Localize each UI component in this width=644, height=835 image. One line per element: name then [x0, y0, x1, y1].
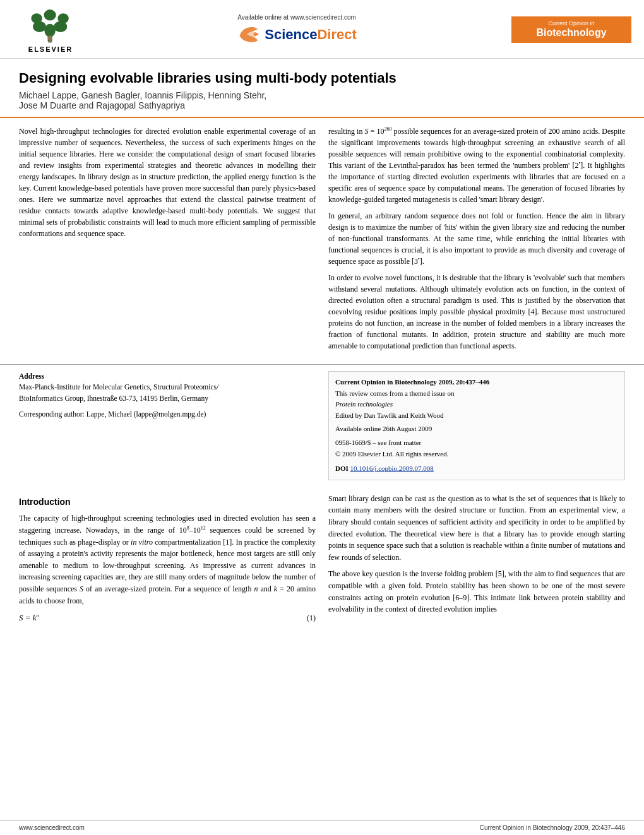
- intro-para1: The capacity of high-throughput screenin…: [19, 512, 316, 607]
- abstract-right-para2: In general, an arbitrary random sequence…: [328, 210, 625, 267]
- copyright-line: © 2009 Elsevier Ltd. All rights reserved…: [335, 449, 618, 460]
- abstract-text: Novel high-throughput technologies for d…: [19, 127, 316, 238]
- svg-point-5: [57, 13, 69, 23]
- right-para2: The above key question is the inverse fo…: [328, 568, 625, 615]
- info-section: Address Max-Planck-Institute for Molecul…: [0, 365, 644, 487]
- sciencedirect-text: ScienceDirect: [265, 27, 357, 43]
- abstract-section: Novel high-throughput technologies for d…: [0, 118, 644, 365]
- article-authors: Michael Lappe, Ganesh Bagler, Ioannis Fi…: [19, 90, 625, 110]
- available-line: Available online 26th August 2009: [335, 423, 618, 435]
- review-text-line: This review comes from a themed issue on: [335, 388, 618, 400]
- abstract-right-para1: resulting in S = 10260 possible sequence…: [328, 126, 625, 205]
- footer-citation: Current Opinion in Biotechnology 2009, 2…: [480, 824, 625, 831]
- footer-url: www.sciencedirect.com: [19, 824, 85, 831]
- journal-badge-section: Current Opinion in Biotechnology: [505, 16, 631, 42]
- corresponding-text: Corresponding author: Lappe, Michael (la…: [19, 410, 206, 418]
- elsevier-logo: ELSEVIER: [13, 6, 88, 53]
- article-header: Designing evolvable libraries using mult…: [0, 59, 644, 118]
- equation-number: (1): [307, 612, 316, 624]
- sd-text-content: Science: [265, 27, 317, 42]
- doi-line: DOI 10.1016/j.copbio.2009.07.008: [335, 463, 618, 475]
- journal-info-line: Current Opinion in Biotechnology 2009, 2…: [335, 377, 618, 388]
- svg-point-7: [48, 35, 52, 41]
- abstract-right-para3: In order to evolve novel functions, it i…: [328, 272, 625, 352]
- journal-badge-title: Biotechnology: [518, 27, 625, 38]
- col-left: Introduction The capacity of high-throug…: [19, 493, 316, 630]
- main-content: Introduction The capacity of high-throug…: [0, 487, 644, 636]
- page-footer: www.sciencedirect.com Current Opinion in…: [0, 820, 644, 835]
- abstract-right: resulting in S = 10260 possible sequence…: [328, 126, 625, 357]
- sciencedirect-icon: [237, 23, 262, 45]
- abstract-left: Novel high-throughput technologies for d…: [19, 126, 316, 357]
- journal-badge: Current Opinion in Biotechnology: [511, 16, 631, 42]
- review-topic-line: Protein technologies: [335, 399, 618, 410]
- elsevier-label: ELSEVIER: [28, 45, 73, 53]
- page-container: ELSEVIER Available online at www.science…: [0, 0, 644, 835]
- corresponding-block: Corresponding author: Lappe, Michael (la…: [19, 409, 316, 420]
- svg-point-4: [31, 13, 42, 23]
- svg-rect-8: [49, 41, 52, 43]
- info-left: Address Max-Planck-Institute for Molecul…: [19, 371, 316, 480]
- doi-label: DOI: [335, 465, 349, 472]
- address-institution: Max-Planck-Institute for Molecular Genet…: [19, 383, 218, 391]
- address-label: Address: [19, 372, 44, 380]
- sciencedirect-logo: ScienceDirect: [88, 23, 505, 45]
- address-block: Address Max-Planck-Institute for Molecul…: [19, 371, 316, 404]
- right-para1: Smart library design can be cast as the …: [328, 493, 625, 564]
- svg-point-1: [44, 24, 56, 37]
- introduction-heading: Introduction: [19, 495, 316, 509]
- edited-by-line: Edited by Dan Tawfik and Keith Wood: [335, 410, 618, 422]
- equation-text: S = kn: [19, 612, 39, 624]
- issn-line: 0958-1669/$ – see front matter: [335, 437, 618, 449]
- elsevier-logo-section: ELSEVIER: [13, 6, 88, 53]
- elsevier-tree-icon: [28, 6, 73, 44]
- available-online-text: Available online at www.sciencedirect.co…: [88, 14, 505, 21]
- journal-badge-top: Current Opinion in: [518, 20, 625, 27]
- sciencedirect-section: Available online at www.sciencedirect.co…: [88, 14, 505, 45]
- info-box: Current Opinion in Biotechnology 2009, 2…: [328, 371, 625, 480]
- doi-link[interactable]: 10.1016/j.copbio.2009.07.008: [350, 465, 434, 472]
- equation-block: S = kn (1): [19, 612, 316, 624]
- article-title: Designing evolvable libraries using mult…: [19, 70, 625, 86]
- address-institution2: BioInformatics Group, Ihnestraße 63-73, …: [19, 394, 208, 402]
- info-right: Current Opinion in Biotechnology 2009, 2…: [328, 371, 625, 480]
- col-right: Smart library design can be cast as the …: [328, 493, 625, 630]
- svg-point-6: [44, 9, 56, 21]
- page-header: ELSEVIER Available online at www.science…: [0, 0, 644, 59]
